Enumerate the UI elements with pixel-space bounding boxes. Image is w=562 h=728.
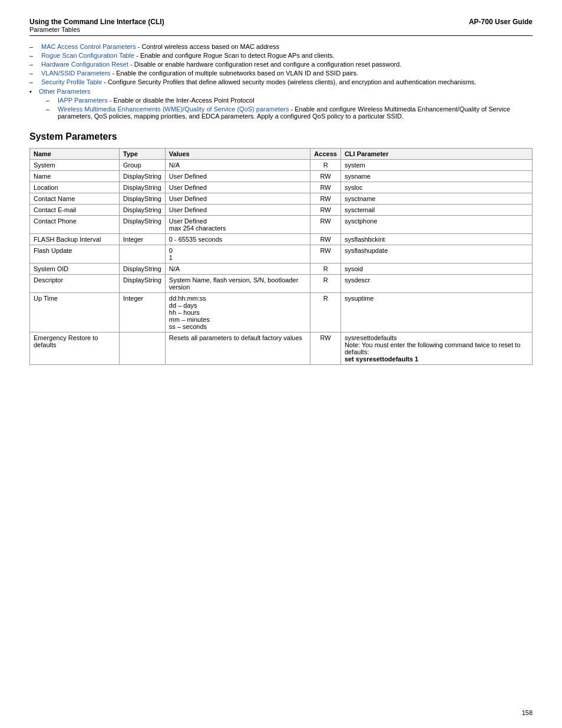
table-cell-access: RW (310, 234, 341, 245)
table-cell-type (120, 332, 166, 365)
link-hw-config[interactable]: Hardware Configuration Reset (41, 61, 128, 68)
header-left: Using the Command Line Interface (CLI) P… (29, 18, 164, 33)
table-cell-name: Up Time (30, 293, 120, 332)
table-cell-cli: sysoid (340, 263, 532, 275)
table-cell-cli: system (340, 160, 532, 171)
table-cell-type: Integer (120, 234, 166, 245)
header-title: Using the Command Line Interface (CLI) (29, 18, 164, 26)
table-cell-values: dd:hh:mm:ssdd – dayshh – hoursmm – minut… (165, 293, 310, 332)
table-cell-cli: sysuptime (340, 293, 532, 332)
table-cell-name: System OID (30, 263, 120, 275)
bullet-hw-config: Hardware Configuration Reset - Disable o… (29, 61, 533, 68)
table-cell-access: RW (310, 193, 341, 205)
table-cell-name: Name (30, 171, 120, 182)
header-subtitle: Parameter Tables (29, 26, 164, 33)
table-cell-name: System (30, 160, 120, 171)
table-cell-type (120, 245, 166, 263)
table-cell-cli: sysloc (340, 182, 532, 193)
table-cell-values: User Defined (165, 182, 310, 193)
bullet-wme: Wireless Multimedia Enhancements (WME)/Q… (29, 106, 533, 120)
col-header-cli: CLI Parameter (340, 149, 532, 160)
bullet-section: MAC Access Control Parameters - Control … (29, 43, 533, 85)
table-cell-values: N/A (165, 160, 310, 171)
table-cell-cli: sysflashbckint (340, 234, 532, 245)
table-row: SystemGroupN/ARsystem (30, 160, 533, 171)
col-header-access: Access (310, 149, 341, 160)
table-cell-access: R (310, 275, 341, 293)
page: Using the Command Line Interface (CLI) P… (0, 0, 562, 728)
table-cell-cli: sysresettodefaultsNote: You must enter t… (340, 332, 532, 365)
table-cell-name: Contact Name (30, 193, 120, 205)
table-cell-access: RW (310, 216, 341, 234)
params-table: Name Type Values Access CLI Parameter Sy… (29, 148, 533, 365)
table-cell-values: Resets all parameters to default factory… (165, 332, 310, 365)
table-cell-name: Location (30, 182, 120, 193)
table-cell-type: DisplayString (120, 205, 166, 216)
section-title: System Parameters (29, 131, 533, 142)
col-header-values: Values (165, 149, 310, 160)
bullet-other-params: Other Parameters (29, 88, 533, 95)
table-cell-cli: sysctemail (340, 205, 532, 216)
bullet-mac-access: MAC Access Control Parameters - Control … (29, 43, 533, 50)
link-other-params[interactable]: Other Parameters (39, 88, 90, 95)
table-cell-values: 01 (165, 245, 310, 263)
table-cell-access: RW (310, 332, 341, 365)
table-cell-access: RW (310, 171, 341, 182)
table-cell-access: RW (310, 182, 341, 193)
table-cell-type: Group (120, 160, 166, 171)
link-security-profile[interactable]: Security Profile Table (41, 78, 102, 85)
table-cell-type: DisplayString (120, 263, 166, 275)
table-row: LocationDisplayStringUser DefinedRWsyslo… (30, 182, 533, 193)
table-cell-name: FLASH Backup Interval (30, 234, 120, 245)
table-row: Contact NameDisplayStringUser DefinedRWs… (30, 193, 533, 205)
header-divider (29, 35, 533, 36)
table-row: Contact PhoneDisplayStringUser Definedma… (30, 216, 533, 234)
table-cell-access: R (310, 263, 341, 275)
table-cell-type: DisplayString (120, 182, 166, 193)
link-vlan[interactable]: VLAN/SSID Parameters (41, 70, 110, 77)
table-cell-access: R (310, 160, 341, 171)
table-row: DescriptorDisplayStringSystem Name, flas… (30, 275, 533, 293)
table-row: Emergency Restore to defaultsResets all … (30, 332, 533, 365)
table-cell-cli: sysflashupdate (340, 245, 532, 263)
table-row: Contact E-mailDisplayStringUser DefinedR… (30, 205, 533, 216)
table-cell-name: Contact Phone (30, 216, 120, 234)
table-cell-access: RW (310, 245, 341, 263)
page-header: Using the Command Line Interface (CLI) P… (29, 18, 533, 33)
link-rogue-scan[interactable]: Rogue Scan Configuration Table (41, 52, 134, 59)
table-cell-type: DisplayString (120, 171, 166, 182)
table-cell-name: Flash Update (30, 245, 120, 263)
header-right: AP-700 User Guide (469, 18, 533, 26)
table-cell-values: N/A (165, 263, 310, 275)
table-cell-cli: sysname (340, 171, 532, 182)
table-cell-type: Integer (120, 293, 166, 332)
link-wme[interactable]: Wireless Multimedia Enhancements (WME)/Q… (58, 106, 289, 113)
table-cell-values: User Definedmax 254 characters (165, 216, 310, 234)
table-row: System OIDDisplayStringN/ARsysoid (30, 263, 533, 275)
col-header-name: Name (30, 149, 120, 160)
table-cell-access: R (310, 293, 341, 332)
table-cell-type: DisplayString (120, 193, 166, 205)
bullet-vlan: VLAN/SSID Parameters - Enable the config… (29, 70, 533, 77)
table-cell-cli: sysctname (340, 193, 532, 205)
table-cell-name: Emergency Restore to defaults (30, 332, 120, 365)
table-cell-values: User Defined (165, 193, 310, 205)
table-row: Flash Update01RWsysflashupdate (30, 245, 533, 263)
page-number: 158 (522, 709, 533, 716)
table-cell-values: 0 - 65535 seconds (165, 234, 310, 245)
table-cell-name: Descriptor (30, 275, 120, 293)
table-row: Up TimeIntegerdd:hh:mm:ssdd – dayshh – h… (30, 293, 533, 332)
table-cell-access: RW (310, 205, 341, 216)
bullet-iapp: IAPP Parameters - Enable or disable the … (29, 97, 533, 104)
bullet-security-profile: Security Profile Table - Configure Secur… (29, 78, 533, 85)
table-cell-type: DisplayString (120, 216, 166, 234)
link-mac-access[interactable]: MAC Access Control Parameters (41, 43, 136, 50)
bullet-rogue-scan: Rogue Scan Configuration Table - Enable … (29, 52, 533, 59)
link-iapp[interactable]: IAPP Parameters (58, 97, 108, 104)
table-cell-cli: sysctphone (340, 216, 532, 234)
table-cell-values: User Defined (165, 205, 310, 216)
table-cell-name: Contact E-mail (30, 205, 120, 216)
table-row: NameDisplayStringUser DefinedRWsysname (30, 171, 533, 182)
col-header-type: Type (120, 149, 166, 160)
table-cell-values: System Name, flash version, S/N, bootloa… (165, 275, 310, 293)
